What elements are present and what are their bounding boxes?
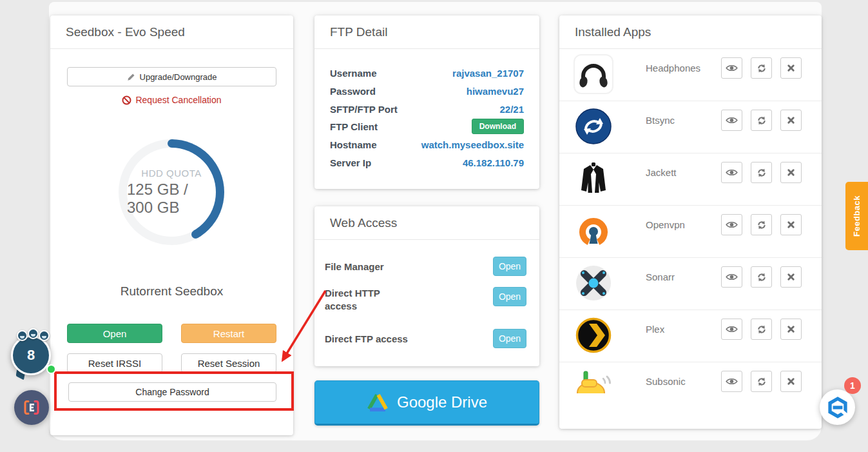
subsonic-app-icon [575, 369, 612, 393]
restart-app-button[interactable] [751, 110, 772, 131]
app-name: Subsonic [646, 376, 686, 387]
feedback-tab[interactable]: Feedback [845, 182, 868, 250]
ftp-row-serverip: Server Ip 46.182.110.79 [330, 155, 524, 170]
refresh-icon [757, 377, 767, 387]
app-name: Btsync [646, 115, 675, 126]
request-cancellation-link[interactable]: Request Cancellation [50, 95, 293, 105]
page-background: Seedbox - Evo Speed Upgrade/Downgrade Re… [0, 0, 868, 452]
ftp-row-hostname: Hostname watch.myseedbox.site [330, 137, 524, 152]
ban-icon [122, 95, 131, 105]
app-name: Headphones [646, 63, 700, 74]
ftp-client-label: FTP Client [330, 121, 378, 132]
app-actions [721, 110, 802, 131]
widget-logo-button[interactable] [14, 390, 49, 425]
view-app-button[interactable] [721, 110, 742, 131]
chat-avatar-icon [39, 330, 50, 341]
reset-session-button[interactable]: Reset Session [181, 353, 276, 373]
x-icon [786, 324, 796, 334]
ftp-card-title: FTP Detail [314, 15, 539, 49]
view-app-button[interactable] [721, 319, 742, 340]
open-seedbox-button[interactable]: Open [67, 324, 162, 343]
view-app-button[interactable] [721, 371, 742, 392]
restart-app-button[interactable] [751, 319, 772, 340]
x-icon [786, 220, 796, 230]
refresh-icon [757, 220, 767, 230]
app-row-jackett: Jackett [559, 153, 822, 206]
x-icon [786, 377, 796, 386]
upgrade-downgrade-label: Upgrade/Downgrade [140, 72, 217, 82]
ftp-row-password: Password hiwamevu27 [330, 84, 524, 98]
installed-apps-title: Installed Apps [559, 15, 822, 49]
app-actions [721, 266, 802, 288]
restart-app-button[interactable] [751, 266, 772, 288]
hostname-value: watch.myseedbox.site [421, 139, 524, 150]
app-actions [721, 57, 802, 79]
file-manager-label: File Manager [325, 260, 384, 276]
restart-app-button[interactable] [751, 57, 772, 79]
jackett-app-icon [575, 160, 612, 197]
hexagon-e-logo-icon [826, 396, 849, 419]
view-app-button[interactable] [721, 214, 742, 235]
remove-app-button[interactable] [780, 110, 802, 131]
web-access-card: Web Access File Manager Open Direct HTTP… [314, 206, 539, 366]
refresh-icon [757, 63, 767, 74]
notification-badge: 1 [844, 377, 861, 394]
remove-app-button[interactable] [780, 162, 802, 183]
view-app-button[interactable] [721, 162, 742, 183]
ftp-row-username: Username rajvasan_21707 [330, 66, 524, 80]
seedbox-type-label: Rutorrent Seedbox [50, 284, 293, 299]
upgrade-downgrade-button[interactable]: Upgrade/Downgrade [67, 67, 276, 86]
remove-app-button[interactable] [780, 214, 802, 235]
server-ip-value: 46.182.110.79 [463, 157, 524, 168]
eye-icon [726, 221, 738, 229]
seedbox-card-title: Seedbox - Evo Speed [50, 15, 293, 49]
restart-app-button[interactable] [751, 371, 772, 392]
web-access-row-ftp: Direct FTP access Open [325, 329, 526, 348]
view-app-button[interactable] [721, 57, 742, 79]
app-row-openvpn: Openvpn [559, 206, 822, 258]
eye-icon [726, 273, 738, 281]
open-direct-ftp-button[interactable]: Open [493, 329, 526, 348]
x-icon [786, 272, 796, 282]
remove-app-button[interactable] [780, 57, 802, 79]
pencil-icon [127, 73, 135, 81]
remove-app-button[interactable] [780, 266, 802, 288]
hdd-quota-value: 125 GB / 300 GB [127, 181, 216, 217]
download-ftp-client-button[interactable]: Download [472, 119, 524, 134]
direct-http-access-label: Direct HTTP access [325, 287, 396, 313]
open-file-manager-button[interactable]: Open [493, 257, 526, 276]
app-row-plex: Plex [559, 310, 822, 362]
google-drive-icon [367, 393, 389, 412]
password-label: Password [330, 86, 376, 97]
remove-app-button[interactable] [780, 371, 802, 392]
eye-icon [726, 116, 738, 124]
app-row-subsonic: Subsonic [559, 362, 822, 415]
remove-app-button[interactable] [780, 319, 802, 340]
refresh-icon [757, 115, 767, 126]
web-access-row-filemanager: File Manager Open [325, 257, 526, 276]
hdd-quota-donut: HDD QUOTA 125 GB / 300 GB [119, 139, 224, 245]
plex-app-icon [575, 317, 612, 354]
online-status-dot [46, 364, 56, 374]
app-launcher-logo-button[interactable]: 1 [820, 389, 855, 425]
openvpn-app-icon [575, 212, 612, 250]
app-name: Sonarr [646, 271, 675, 282]
donut-arc-end-cap [191, 230, 200, 239]
restart-app-button[interactable] [751, 162, 772, 183]
ftp-detail-card: FTP Detail Username rajvasan_21707 Passw… [314, 15, 539, 189]
sonarr-app-icon [575, 264, 612, 302]
reset-irssi-button[interactable]: Reset IRSSI [67, 353, 162, 373]
restart-app-button[interactable] [751, 214, 772, 235]
google-drive-button[interactable]: Google Drive [314, 380, 539, 426]
change-password-button[interactable]: Change Password [68, 382, 276, 402]
open-direct-http-button[interactable]: Open [493, 287, 526, 306]
btsync-app-icon [575, 108, 612, 145]
e-brackets-logo-icon [23, 398, 41, 417]
view-app-button[interactable] [721, 266, 742, 288]
restart-seedbox-button[interactable]: Restart [181, 324, 276, 343]
hostname-label: Hostname [330, 139, 377, 150]
sftp-ftp-port-label: SFTP/FTP Port [330, 104, 398, 115]
password-value: hiwamevu27 [467, 86, 524, 97]
web-access-card-title: Web Access [314, 206, 539, 240]
chat-widget-button[interactable]: 8 [10, 330, 56, 379]
